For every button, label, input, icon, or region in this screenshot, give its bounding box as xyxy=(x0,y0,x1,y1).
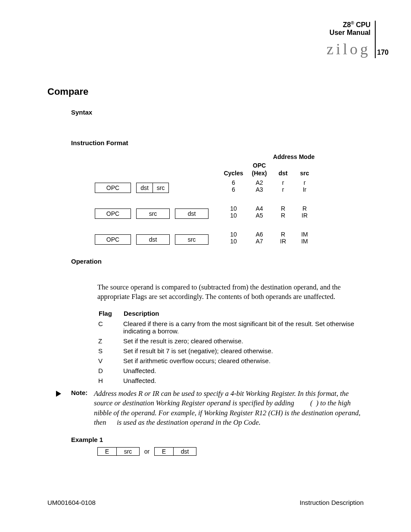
example1-boxes: E src or E dst xyxy=(97,447,196,456)
footer-section: Instruction Description xyxy=(300,499,364,506)
src-box: src xyxy=(175,234,209,245)
e-box: E xyxy=(97,447,116,456)
dst-halfbox: dst xyxy=(136,183,153,193)
format-row-1: OPC dst src xyxy=(95,183,169,193)
flags-table: FlagDescription CCleared if there is a c… xyxy=(97,308,364,386)
svg-marker-0 xyxy=(56,391,61,397)
e-box-2: E xyxy=(154,447,173,456)
src-box: src xyxy=(136,208,170,219)
dst-box: dst xyxy=(175,208,209,219)
col-dst-head: dst xyxy=(272,170,294,177)
or-label: or xyxy=(140,448,154,455)
col-addrmode-head: Address Mode xyxy=(272,153,315,160)
footer-doc-id: UM001604-0108 xyxy=(47,499,96,506)
flag-row: CCleared if there is a carry from the mo… xyxy=(98,319,364,336)
header-product-line: Z8® CPU xyxy=(327,21,371,29)
flag-row: ZSet if the result is zero; cleared othe… xyxy=(98,336,364,345)
flag-col-head: Flag xyxy=(98,309,122,318)
col-opc-head1: OPC xyxy=(246,162,272,169)
col-cycles-head: Cycles xyxy=(221,170,246,177)
page-number: 170 xyxy=(377,49,389,58)
src-box-ex: src xyxy=(116,447,140,456)
opc-box: OPC xyxy=(95,183,131,193)
flag-row: HUnaffected. xyxy=(98,376,364,385)
format-row-2-data: 10A4RR 10A5RIR xyxy=(221,205,315,219)
src-halfbox: src xyxy=(153,183,169,193)
col-src-head: src xyxy=(294,170,315,177)
syntax-heading: Syntax xyxy=(71,109,92,116)
flag-row: VSet if arithmetic overflow occurs; clea… xyxy=(98,356,364,365)
col-opc-head2: (Hex) xyxy=(246,170,272,177)
operation-paragraph: The source operand is compared to (subtr… xyxy=(97,283,363,302)
zilog-logo: zilog xyxy=(327,40,371,58)
note-body: Address modes R or IR can be used to spe… xyxy=(94,389,363,427)
opc-box: OPC xyxy=(95,234,131,245)
format-row-1-data: 6A2rr 6A3rIr xyxy=(221,179,315,193)
operation-heading: Operation xyxy=(71,258,102,265)
format-row-3: OPC dst src xyxy=(95,234,209,245)
flag-row: DUnaffected. xyxy=(98,366,364,375)
format-row-3-data: 10A6RIM 10A7IRIM xyxy=(221,231,315,245)
format-row-2: OPC src dst xyxy=(95,208,209,219)
header-manual-line: User Manual xyxy=(327,29,371,37)
page-header: Z8® CPU User Manual zilog 170 xyxy=(327,21,376,58)
page-title: Compare xyxy=(47,86,88,97)
dst-box-ex: dst xyxy=(173,447,196,456)
dst-box: dst xyxy=(136,234,170,245)
note-label: Note: xyxy=(71,389,87,396)
note-arrow-icon xyxy=(55,390,62,399)
desc-col-head: Description xyxy=(123,309,364,318)
flag-row: SSet if result bit 7 is set (negative); … xyxy=(98,346,364,355)
example1-heading: Example 1 xyxy=(71,436,103,443)
instruction-format-heading: Instruction Format xyxy=(71,139,128,146)
opc-box: OPC xyxy=(95,208,131,219)
